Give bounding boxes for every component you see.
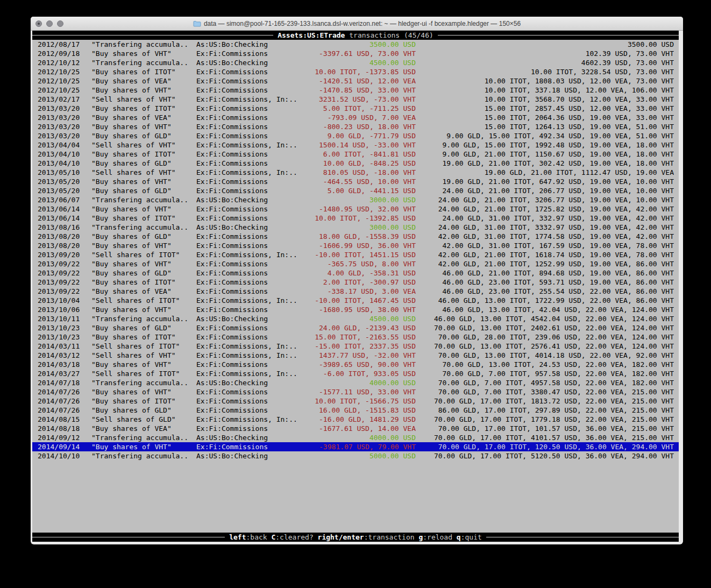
transaction-amount: -800.23 USD, 18.00 VHT: [301, 122, 416, 131]
transaction-list: 2012/08/17 "Transfering accumula.. As:US…: [32, 40, 679, 533]
table-row[interactable]: 2014/03/12 "Sell shares of VHT" Ex:Fi:Co…: [32, 351, 679, 360]
table-row[interactable]: 2013/10/11 "Transfering accumula.. As:US…: [32, 314, 679, 323]
transaction-accounts: Ex:Fi:Commissions: [196, 122, 301, 131]
transaction-description: "Buy shares of ITOT": [91, 278, 196, 287]
table-row[interactable]: 2013/03/20 "Buy shares of VHT" Ex:Fi:Com…: [32, 122, 679, 131]
transaction-date: 2013/05/20: [38, 177, 91, 186]
transaction-description: "Sell shares of ITOT": [91, 250, 196, 259]
table-row[interactable]: 2014/09/12 "Transfering accumula.. As:US…: [32, 433, 679, 442]
transaction-accounts: As:US:Bo:Checking: [196, 195, 301, 204]
table-row[interactable]: 2014/08/18 "Buy shares of VEA" Ex:Fi:Com…: [32, 424, 679, 433]
transaction-description: "Buy shares of VHT": [91, 442, 196, 451]
hint-desc-back: :back: [246, 533, 271, 541]
transaction-date: 2013/06/14: [38, 204, 91, 214]
table-row[interactable]: 2012/10/25 "Buy shares of VEA" Ex:Fi:Com…: [32, 76, 679, 86]
transaction-accounts: Ex:Fi:Commissions: [196, 76, 301, 86]
transaction-amount: -10.00 ITOT, 1467.45 USD: [301, 296, 416, 305]
table-row[interactable]: 2013/09/22 "Buy shares of GLD" Ex:Fi:Com…: [32, 268, 679, 278]
table-row[interactable]: 2013/04/04 "Sell shares of VHT" Ex:Fi:Co…: [32, 140, 679, 150]
transaction-date: 2013/08/20: [38, 241, 91, 250]
transaction-date: 2013/03/20: [38, 104, 91, 113]
screen-footer-bar: left:back C:cleared? right/enter:transac…: [32, 533, 679, 542]
close-button[interactable]: [35, 20, 42, 27]
table-row[interactable]: 2013/10/06 "Buy shares of VHT" Ex:Fi:Com…: [32, 305, 679, 314]
table-row[interactable]: 2013/09/22 "Buy shares of ITOT" Ex:Fi:Co…: [32, 278, 679, 287]
transaction-description: "Sell shares of VHT": [91, 95, 196, 104]
transaction-accounts: Ex:Fi:Commissions: [196, 214, 301, 223]
table-row[interactable]: 2013/10/23 "Buy shares of GLD" Ex:Fi:Com…: [32, 323, 679, 332]
zoom-button[interactable]: [57, 20, 63, 27]
table-row[interactable]: 2013/04/10 "Buy shares of GLD" Ex:Fi:Com…: [32, 159, 679, 168]
table-row[interactable]: 2014/07/26 "Buy shares of GLD" Ex:Fi:Com…: [32, 406, 679, 415]
transaction-amount: -16.00 GLD, 1481.29 USD: [301, 415, 416, 424]
transaction-accounts: Ex:Fi:Commissions: [196, 159, 301, 168]
table-row[interactable]: 2013/10/23 "Buy shares of ITOT" Ex:Fi:Co…: [32, 332, 679, 342]
table-row[interactable]: 2013/03/20 "Buy shares of GLD" Ex:Fi:Com…: [32, 131, 679, 140]
transaction-amount: -10.00 ITOT, 1451.15 USD: [301, 250, 416, 259]
table-row[interactable]: 2014/07/18 "Transfering accumula.. As:US…: [32, 378, 679, 387]
table-row[interactable]: 2013/03/20 "Buy shares of ITOT" Ex:Fi:Co…: [32, 104, 679, 113]
table-row[interactable]: 2013/09/22 "Buy shares of VHT" Ex:Fi:Com…: [32, 259, 679, 268]
transaction-description: "Transfering accumula..: [91, 433, 196, 442]
transaction-amount: 5.00 GLD, -441.15 USD: [301, 186, 416, 195]
table-row[interactable]: 2013/06/07 "Transfering accumula.. As:US…: [32, 195, 679, 204]
table-row[interactable]: 2013/09/20 "Sell shares of ITOT" Ex:Fi:C…: [32, 250, 679, 259]
table-row[interactable]: 2013/05/10 "Sell shares of VHT" Ex:Fi:Co…: [32, 168, 679, 177]
table-row[interactable]: 2012/10/12 "Transfering accumula.. As:US…: [32, 58, 679, 67]
transaction-description: "Buy shares of VHT": [91, 204, 196, 214]
transaction-amount: 15.00 ITOT, -2163.55 USD: [301, 332, 416, 342]
transaction-amount: 4000.00 USD: [301, 378, 416, 387]
hint-desc-quit: :quit: [461, 533, 482, 541]
table-row[interactable]: 2013/05/20 "Buy shares of VHT" Ex:Fi:Com…: [32, 177, 679, 186]
table-row[interactable]: 2014/08/15 "Sell shares of GLD" Ex:Fi:Co…: [32, 415, 679, 424]
transaction-balance: 15.00 ITOT, 1264.13 USD, 19.00 VEA, 51.0…: [416, 122, 674, 131]
transaction-accounts: Ex:Fi:Commissions: [196, 268, 301, 278]
table-row[interactable]: 2013/09/22 "Buy shares of VEA" Ex:Fi:Com…: [32, 287, 679, 296]
transaction-date: 2014/07/26: [38, 396, 91, 406]
transaction-amount: -464.55 USD, 10.00 VHT: [301, 177, 416, 186]
window-titlebar[interactable]: data — simon@pool-71-165-239-133.lsanca.…: [31, 17, 683, 31]
table-row[interactable]: 2014/07/26 "Buy shares of VHT" Ex:Fi:Com…: [32, 387, 679, 396]
transaction-amount: -1606.99 USD, 36.00 VHT: [301, 241, 416, 250]
header-mode-text: transactions (45/46): [345, 31, 433, 39]
transaction-amount: 1500.14 USD, -33.00 VHT: [301, 140, 416, 150]
table-row[interactable]: 2013/04/10 "Buy shares of ITOT" Ex:Fi:Co…: [32, 150, 679, 159]
table-row[interactable]: 2014/09/14 "Buy shares of VHT" Ex:Fi:Com…: [32, 442, 679, 451]
transaction-date: 2013/04/04: [38, 140, 91, 150]
transaction-accounts: Ex:Fi:Commissions, In:..: [196, 351, 301, 360]
table-row[interactable]: 2013/06/14 "Buy shares of ITOT" Ex:Fi:Co…: [32, 214, 679, 223]
transaction-balance: 46.00 GLD, 13.00 ITOT, 1722.99 USD, 22.0…: [416, 296, 674, 305]
table-row[interactable]: 2013/05/20 "Buy shares of GLD" Ex:Fi:Com…: [32, 186, 679, 195]
transaction-accounts: Ex:Fi:Commissions: [196, 323, 301, 332]
table-row[interactable]: 2013/08/20 "Buy shares of VHT" Ex:Fi:Com…: [32, 241, 679, 250]
transaction-amount: 10.00 ITOT, -1566.75 USD: [301, 396, 416, 406]
table-row[interactable]: 2013/10/04 "Sell shares of ITOT" Ex:Fi:C…: [32, 296, 679, 305]
hint-key-q: q: [457, 533, 461, 541]
table-row[interactable]: 2013/06/14 "Buy shares of VHT" Ex:Fi:Com…: [32, 204, 679, 214]
transaction-balance: 70.00 GLD, 13.00 ITOT, 24.53 USD, 22.00 …: [416, 360, 674, 369]
transaction-description: "Buy shares of VEA": [91, 113, 196, 122]
table-row[interactable]: 2014/03/27 "Sell shares of ITOT" Ex:Fi:C…: [32, 369, 679, 378]
table-row[interactable]: 2012/10/25 "Buy shares of ITOT" Ex:Fi:Co…: [32, 67, 679, 76]
transaction-description: "Buy shares of GLD": [91, 323, 196, 332]
transaction-balance: 24.00 GLD, 21.00 ITOT, 206.77 USD, 19.00…: [416, 186, 674, 195]
transaction-accounts: Ex:Fi:Commissions: [196, 442, 301, 451]
table-row[interactable]: 2014/03/11 "Sell shares of ITOT" Ex:Fi:C…: [32, 342, 679, 351]
scrollbar-track[interactable]: [679, 31, 683, 542]
transaction-amount: -3981.07 USD, 79.00 VHT: [301, 442, 416, 451]
table-row[interactable]: 2012/10/25 "Buy shares of VHT" Ex:Fi:Com…: [32, 86, 679, 95]
table-row[interactable]: 2012/09/18 "Buy shares of VHT" Ex:Fi:Com…: [32, 49, 679, 58]
table-row[interactable]: 2012/08/17 "Transfering accumula.. As:US…: [32, 40, 679, 49]
table-row[interactable]: 2014/03/18 "Buy shares of VHT" Ex:Fi:Com…: [32, 360, 679, 369]
table-row[interactable]: 2013/08/16 "Transfering accumula.. As:US…: [32, 223, 679, 232]
table-row[interactable]: 2013/02/17 "Sell shares of VHT" Ex:Fi:Co…: [32, 95, 679, 104]
traffic-lights: [31, 17, 63, 31]
minimize-button[interactable]: [46, 20, 53, 27]
table-row[interactable]: 2013/03/20 "Buy shares of VEA" Ex:Fi:Com…: [32, 113, 679, 122]
table-row[interactable]: 2013/08/20 "Buy shares of GLD" Ex:Fi:Com…: [32, 232, 679, 241]
transaction-accounts: Ex:Fi:Commissions, In:..: [196, 168, 301, 177]
table-row[interactable]: 2014/10/10 "Transfering accumula.. As:US…: [32, 451, 679, 461]
transaction-amount: 3500.00 USD: [301, 40, 416, 49]
transaction-date: 2013/09/22: [38, 259, 91, 268]
table-row[interactable]: 2014/07/26 "Buy shares of ITOT" Ex:Fi:Co…: [32, 396, 679, 406]
